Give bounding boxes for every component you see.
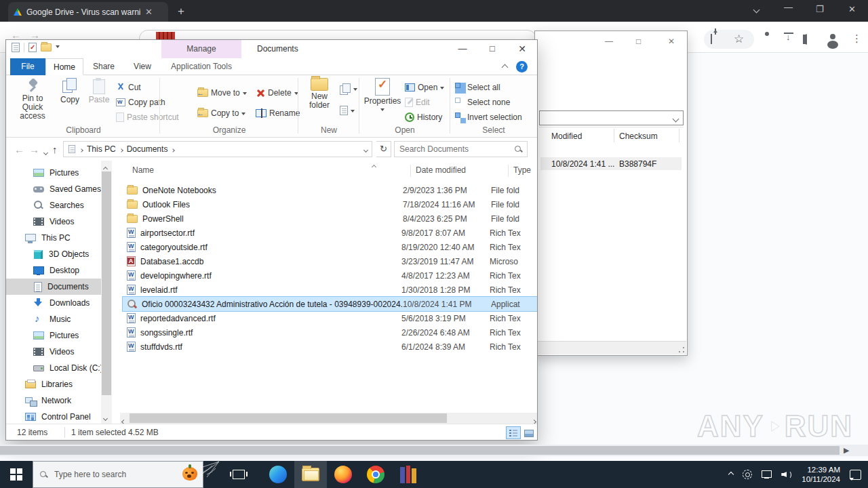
sidebar-item-local-disk-c[interactable]: Local Disk (C:) — [33, 360, 128, 376]
file-row[interactable]: Database1.accdb3/23/2019 11:47 AMMicroso — [123, 254, 538, 268]
large-icons-view-button[interactable] — [521, 426, 536, 439]
new-tab-button[interactable]: + — [178, 5, 184, 17]
file-row[interactable]: PowerShell8/4/2023 6:25 PMFile fold — [123, 211, 538, 226]
address-dropdown-chevron-icon[interactable] — [364, 144, 368, 154]
column-type[interactable]: Type — [513, 165, 531, 175]
new-item-button[interactable] — [340, 82, 357, 96]
explorer-maximize-icon[interactable]: □ — [477, 40, 507, 58]
pin-to-quick-access-button[interactable]: Pin to Quick access — [12, 78, 54, 121]
tray-chevron-icon[interactable] — [728, 472, 734, 477]
search-input[interactable]: Search Documents — [394, 141, 528, 157]
explorer-up-icon[interactable]: ↑ — [52, 144, 58, 155]
delete-button[interactable]: Delete — [256, 86, 298, 100]
sidebar-item-pictures[interactable]: Pictures — [33, 165, 128, 181]
sidebar-item-videos-2[interactable]: Videos — [33, 344, 128, 360]
breadcrumb-documents[interactable]: Documents — [127, 144, 168, 154]
sidebar-item-videos[interactable]: Videos — [33, 214, 128, 230]
taskbar-edge[interactable] — [262, 461, 294, 488]
open-button[interactable]: Open — [405, 81, 444, 94]
checksum-window[interactable]: — □ ✕ Modified Checksum 10/8/2024 1:41 .… — [534, 30, 688, 356]
tab-application-tools[interactable]: Application Tools — [161, 58, 241, 75]
resize-grip[interactable] — [678, 346, 685, 353]
taskbar-firefox[interactable] — [327, 461, 359, 488]
ribbon-collapse-chevron-icon[interactable] — [502, 62, 507, 72]
taskbar-chrome[interactable] — [359, 461, 392, 488]
new-folder-button[interactable]: New folder — [303, 78, 336, 110]
start-button[interactable] — [0, 461, 33, 488]
sidebar-scroll-thumb[interactable] — [102, 171, 111, 395]
bookmark-star-icon[interactable]: ☆ — [734, 32, 744, 46]
browser-minimize-icon[interactable]: — — [784, 2, 793, 12]
sidebar-scrollbar[interactable] — [101, 161, 112, 424]
select-all-button[interactable]: Select all — [455, 81, 500, 94]
ck-combobox[interactable] — [539, 110, 684, 125]
file-row[interactable]: stuffdvds.rtf6/1/2024 8:39 AMRich Tex — [123, 340, 538, 354]
sidebar-item-desktop[interactable]: Desktop — [33, 262, 128, 279]
page-hscroll-thumb[interactable] — [0, 446, 840, 455]
tab-view[interactable]: View — [124, 58, 161, 75]
sidebar-item-3d-objects[interactable]: 3D Objects — [33, 246, 128, 262]
sidebar-item-documents[interactable]: Documents — [6, 279, 101, 295]
paste-button[interactable]: Paste — [85, 78, 113, 104]
help-icon[interactable]: ? — [516, 61, 528, 73]
split-screen-icon[interactable] — [806, 35, 807, 44]
manage-contextual-group[interactable]: Manage — [161, 40, 241, 58]
page-hscrollbar[interactable]: ▶ — [0, 445, 868, 456]
taskbar-clock[interactable]: 12:39 AM 10/11/2024 — [802, 465, 840, 484]
ck-col-checksum[interactable]: Checksum — [619, 131, 658, 141]
invert-selection-button[interactable]: Invert selection — [455, 110, 522, 124]
explorer-back-icon[interactable]: ← — [14, 144, 24, 155]
history-button[interactable]: History — [405, 110, 442, 124]
copy-to-button[interactable]: Copy to — [197, 106, 245, 120]
taskbar-search-input[interactable]: Type here to search — [33, 461, 203, 488]
copy-path-button[interactable]: Copy path — [116, 96, 165, 109]
explorer-forward-icon[interactable]: → — [29, 144, 39, 155]
explorer-close-icon[interactable]: ✕ — [507, 40, 537, 58]
refresh-icon[interactable]: ↻ — [376, 141, 391, 157]
tab-share[interactable]: Share — [85, 58, 123, 75]
explorer-titlebar[interactable]: Manage Documents — □ ✕ — [6, 40, 537, 58]
scroll-down-icon[interactable] — [104, 413, 107, 422]
tab-home[interactable]: Home — [45, 58, 83, 75]
select-none-button[interactable]: Select none — [455, 96, 510, 109]
ck-maximize-icon[interactable]: □ — [636, 37, 641, 46]
address-bar[interactable]: This PC Documents — [63, 141, 372, 157]
breadcrumb-this-pc[interactable]: This PC — [87, 144, 116, 154]
move-to-button[interactable]: Move to — [197, 86, 247, 100]
qat-checkmark-doc-icon[interactable] — [28, 43, 37, 52]
taskbar-file-explorer[interactable] — [294, 461, 327, 488]
paste-shortcut-button[interactable]: Paste shortcut — [116, 110, 179, 124]
file-row[interactable]: reportedadvanced.rtf5/6/2018 3:19 PMRich… — [123, 311, 538, 325]
qat-folder-icon[interactable] — [41, 43, 52, 52]
qat-properties-icon[interactable] — [12, 43, 20, 52]
ck-col-modified[interactable]: Modified — [551, 131, 582, 141]
search-icon[interactable] — [515, 146, 522, 153]
tray-network-icon[interactable] — [762, 470, 772, 479]
sidebar-item-pictures-2[interactable]: Pictures — [33, 327, 128, 344]
explorer-minimize-icon[interactable]: — — [448, 40, 477, 58]
rename-button[interactable]: Rename — [256, 106, 300, 120]
file-row[interactable]: developingwhere.rtf4/8/2017 12:23 AMRich… — [123, 268, 538, 283]
file-row[interactable]: airportsector.rtf9/8/2017 8:07 AMRich Te… — [123, 226, 538, 240]
tab-file[interactable]: File — [10, 58, 45, 75]
qat-customize-chevron-icon[interactable] — [56, 45, 60, 50]
browser-restore-icon[interactable]: ❐ — [816, 4, 824, 14]
cut-button[interactable]: Cut — [116, 81, 141, 94]
sidebar-item-searches[interactable]: Searches — [33, 197, 128, 214]
tab-close-icon[interactable]: ✕ — [145, 7, 153, 17]
page-scroll-right-icon[interactable]: ▶ — [844, 446, 849, 455]
file-row[interactable]: categoryoutside.rtf8/19/2020 12:40 AMRic… — [123, 240, 538, 254]
file-explorer-window[interactable]: Manage Documents — □ ✕ File Home Share V… — [5, 39, 538, 441]
edit-button[interactable]: Edit — [405, 96, 430, 109]
easy-access-button[interactable] — [340, 104, 355, 117]
sidebar-item-saved-games[interactable]: Saved Games — [33, 181, 128, 197]
file-row[interactable]: Outlook Files7/18/2024 11:16 AMFile fold — [123, 197, 538, 211]
recorder-icon[interactable] — [743, 470, 752, 479]
ck-row[interactable]: 10/8/2024 1:41 ... B388794F — [540, 157, 682, 170]
sidebar-item-music[interactable]: Music — [33, 311, 128, 327]
ck-close-icon[interactable]: ✕ — [668, 37, 675, 46]
copy-button[interactable]: Copy — [56, 78, 83, 104]
file-row-selected[interactable]: Oficio 00003243432 Administrativo Acción… — [123, 297, 538, 311]
column-date-modified[interactable]: Date modified — [416, 165, 466, 175]
sidebar-item-downloads[interactable]: Downloads — [33, 295, 128, 311]
